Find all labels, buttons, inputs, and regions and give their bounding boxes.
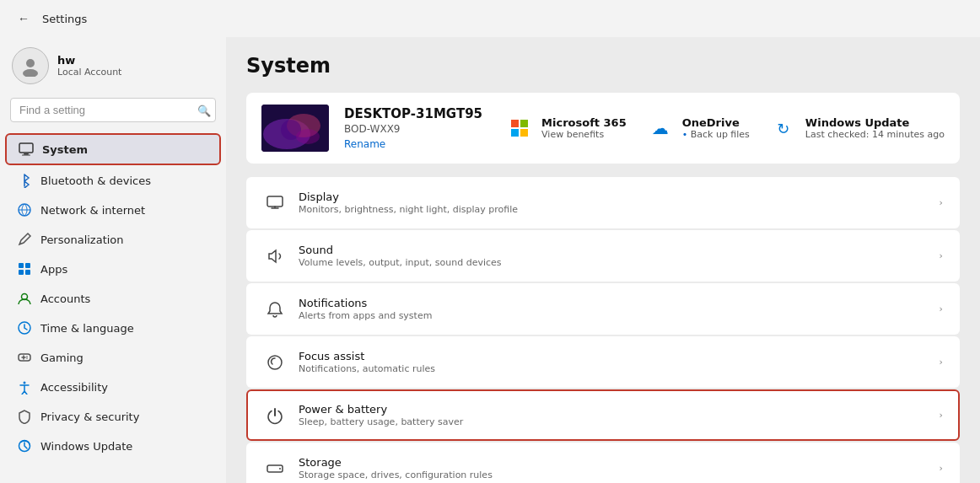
- quick-link-microsoft365[interactable]: Microsoft 365 View benefits: [506, 115, 627, 142]
- accounts-nav-icon: [17, 291, 32, 306]
- sidebar-item-apps[interactable]: Apps: [5, 255, 221, 283]
- svg-rect-4: [22, 155, 30, 156]
- sidebar-item-label-gaming: Gaming: [40, 352, 83, 364]
- quick-link-onedrive[interactable]: ☁ OneDrive Back up files: [647, 115, 750, 142]
- device-rename-link[interactable]: Rename: [344, 138, 385, 150]
- accessibility-nav-icon: [17, 379, 32, 394]
- sidebar-item-bluetooth[interactable]: Bluetooth & devices: [5, 166, 221, 195]
- svg-rect-9: [25, 270, 30, 275]
- app-title: Settings: [42, 13, 87, 25]
- ms365-label: Microsoft 365: [541, 116, 627, 129]
- device-card: DESKTOP-31MGT95 BOD-WXX9 Rename: [246, 93, 960, 164]
- sidebar-item-network[interactable]: Network & internet: [5, 196, 221, 224]
- sidebar-item-accounts[interactable]: Accounts: [5, 284, 221, 313]
- settings-list: DisplayMonitors, brightness, night light…: [246, 177, 960, 483]
- svg-point-15: [24, 382, 26, 384]
- gaming-nav-icon: [17, 350, 32, 365]
- display-desc: Monitors, brightness, night light, displ…: [299, 204, 928, 215]
- sidebar-item-gaming[interactable]: Gaming: [5, 343, 221, 372]
- sidebar-item-update[interactable]: Windows Update: [5, 432, 221, 460]
- focus-desc: Notifications, automatic rules: [299, 363, 928, 374]
- system-nav-icon: [19, 142, 34, 157]
- onedrive-sub: Back up files: [682, 129, 750, 140]
- storage-chevron: ›: [940, 463, 943, 474]
- sidebar-item-privacy[interactable]: Privacy & security: [5, 402, 221, 431]
- focus-icon: [263, 351, 287, 374]
- notifications-text: NotificationsAlerts from apps and system: [299, 297, 928, 321]
- profile-name: hw: [57, 54, 121, 67]
- wu-sub: Last checked: 14 minutes ago: [805, 129, 945, 140]
- svg-point-14: [26, 357, 28, 359]
- notifications-chevron: ›: [940, 303, 943, 314]
- sound-chevron: ›: [940, 250, 943, 261]
- device-thumbnail: [261, 105, 329, 152]
- wu-info: Windows Update Last checked: 14 minutes …: [805, 116, 945, 140]
- time-nav-icon: [17, 320, 32, 335]
- windowsupdate-icon: ↻: [770, 115, 797, 142]
- focus-label: Focus assist: [299, 350, 928, 362]
- avatar: [12, 47, 49, 84]
- svg-rect-22: [267, 196, 283, 207]
- settings-item-power[interactable]: Power & batterySleep, battery usage, bat…: [246, 389, 960, 441]
- display-text: DisplayMonitors, brightness, night light…: [299, 191, 928, 215]
- settings-item-display[interactable]: DisplayMonitors, brightness, night light…: [246, 177, 960, 228]
- search-icon-button[interactable]: 🔍: [197, 104, 211, 116]
- sound-label: Sound: [299, 244, 928, 256]
- svg-point-13: [26, 356, 28, 357]
- display-label: Display: [299, 191, 928, 203]
- sidebar-item-label-bluetooth: Bluetooth & devices: [40, 174, 151, 187]
- app-body: hw Local Account 🔍 SystemBluetooth & dev…: [0, 37, 980, 483]
- sidebar-item-label-apps: Apps: [40, 263, 67, 276]
- sidebar-item-label-system: System: [42, 143, 88, 156]
- notifications-desc: Alerts from apps and system: [299, 310, 928, 321]
- quick-links: Microsoft 365 View benefits ☁ OneDrive B…: [506, 115, 945, 142]
- power-desc: Sleep, battery usage, battery saver: [299, 416, 928, 427]
- ms365-info: Microsoft 365 View benefits: [541, 116, 627, 140]
- sidebar-item-label-time: Time & language: [40, 322, 134, 335]
- quick-link-windowsupdate[interactable]: ↻ Windows Update Last checked: 14 minute…: [770, 115, 945, 142]
- display-icon: [263, 191, 287, 215]
- page-title: System: [246, 54, 960, 78]
- sidebar-item-label-update: Windows Update: [40, 440, 132, 453]
- device-name: DESKTOP-31MGT95: [344, 106, 491, 121]
- sidebar-item-personalization[interactable]: Personalization: [5, 225, 221, 254]
- sidebar: hw Local Account 🔍 SystemBluetooth & dev…: [0, 37, 226, 483]
- sidebar-item-system[interactable]: System: [5, 133, 221, 165]
- svg-rect-8: [19, 270, 24, 275]
- sidebar-item-accessibility[interactable]: Accessibility: [5, 373, 221, 401]
- back-button[interactable]: ←: [12, 7, 35, 30]
- search-input[interactable]: [10, 98, 216, 122]
- svg-point-25: [279, 468, 281, 470]
- settings-item-storage[interactable]: StorageStorage space, drives, configurat…: [246, 443, 960, 483]
- profile-section[interactable]: hw Local Account: [0, 37, 226, 98]
- storage-icon: [263, 457, 287, 480]
- power-text: Power & batterySleep, battery usage, bat…: [299, 403, 928, 427]
- profile-sub: Local Account: [57, 67, 121, 78]
- focus-chevron: ›: [940, 357, 943, 368]
- wu-label: Windows Update: [805, 116, 945, 129]
- update-nav-icon: [17, 438, 32, 453]
- device-info: DESKTOP-31MGT95 BOD-WXX9 Rename: [344, 106, 491, 151]
- svg-rect-3: [24, 153, 29, 155]
- onedrive-icon: ☁: [647, 115, 674, 142]
- bluetooth-nav-icon: [17, 173, 32, 188]
- svg-rect-6: [19, 263, 24, 268]
- settings-item-notifications[interactable]: NotificationsAlerts from apps and system…: [246, 283, 960, 335]
- svg-point-0: [26, 59, 35, 67]
- svg-rect-7: [25, 263, 30, 268]
- sound-icon: [263, 244, 287, 268]
- sidebar-item-time[interactable]: Time & language: [5, 314, 221, 342]
- power-icon: [263, 404, 287, 427]
- settings-item-focus[interactable]: Focus assistNotifications, automatic rul…: [246, 336, 960, 388]
- storage-text: StorageStorage space, drives, configurat…: [299, 456, 928, 480]
- focus-text: Focus assistNotifications, automatic rul…: [299, 350, 928, 374]
- settings-item-sound[interactable]: SoundVolume levels, output, input, sound…: [246, 230, 960, 282]
- main-content: System DESKTOP-31MGT95 BOD-WXX9 Rename: [226, 37, 980, 483]
- personalization-nav-icon: [17, 232, 32, 247]
- sidebar-item-label-accounts: Accounts: [40, 292, 90, 305]
- power-label: Power & battery: [299, 403, 928, 416]
- svg-point-1: [23, 69, 38, 77]
- sidebar-item-label-network: Network & internet: [40, 204, 145, 217]
- svg-rect-2: [19, 143, 33, 153]
- sidebar-item-label-personalization: Personalization: [40, 233, 124, 246]
